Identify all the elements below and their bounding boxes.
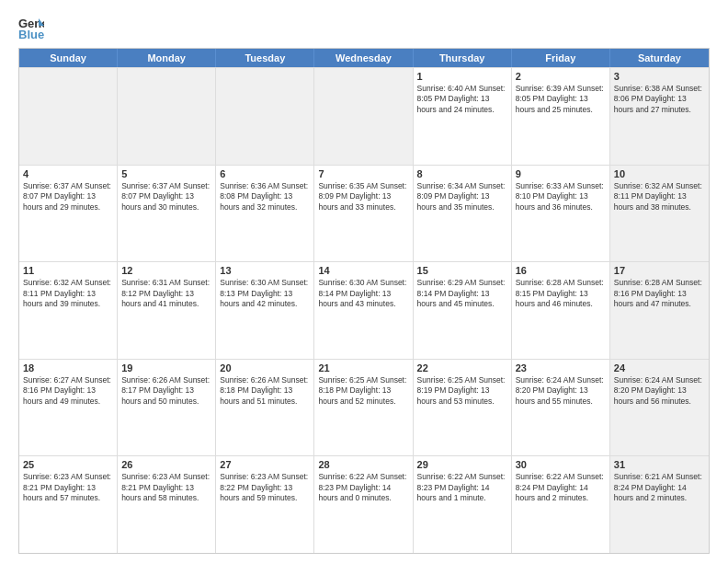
day-number: 29 [417,459,507,470]
cell-info: Sunrise: 6:21 AM Sunset: 8:24 PM Dayligh… [614,472,705,503]
calendar-cell-empty [118,68,216,165]
day-number: 31 [614,459,705,470]
calendar-row-5: 25Sunrise: 6:23 AM Sunset: 8:21 PM Dayli… [19,455,709,553]
cell-info: Sunrise: 6:23 AM Sunset: 8:22 PM Dayligh… [220,472,310,503]
day-number: 17 [614,265,705,276]
calendar-cell-day-4: 4Sunrise: 6:37 AM Sunset: 8:07 PM Daylig… [19,166,118,262]
cell-info: Sunrise: 6:40 AM Sunset: 8:05 PM Dayligh… [417,84,507,115]
cell-info: Sunrise: 6:25 AM Sunset: 8:19 PM Dayligh… [417,375,507,407]
calendar-cell-day-25: 25Sunrise: 6:23 AM Sunset: 8:21 PM Dayli… [19,456,118,553]
header-day-tuesday: Tuesday [216,49,314,67]
cell-info: Sunrise: 6:34 AM Sunset: 8:09 PM Dayligh… [417,181,507,213]
calendar-header: SundayMondayTuesdayWednesdayThursdayFrid… [19,49,709,67]
day-number: 5 [121,168,211,179]
logo: General Blue [18,15,44,40]
day-number: 19 [121,362,211,373]
calendar-cell-day-15: 15Sunrise: 6:29 AM Sunset: 8:14 PM Dayli… [414,262,512,359]
calendar-row-1: 1Sunrise: 6:40 AM Sunset: 8:05 PM Daylig… [19,67,709,165]
calendar-cell-day-26: 26Sunrise: 6:23 AM Sunset: 8:21 PM Dayli… [118,456,216,553]
cell-info: Sunrise: 6:24 AM Sunset: 8:20 PM Dayligh… [516,375,606,407]
day-number: 25 [23,459,113,470]
cell-info: Sunrise: 6:28 AM Sunset: 8:15 PM Dayligh… [516,278,606,309]
cell-info: Sunrise: 6:33 AM Sunset: 8:10 PM Dayligh… [516,181,606,213]
cell-info: Sunrise: 6:22 AM Sunset: 8:23 PM Dayligh… [318,472,408,503]
calendar-cell-day-16: 16Sunrise: 6:28 AM Sunset: 8:15 PM Dayli… [512,262,610,359]
day-number: 24 [614,362,705,373]
cell-info: Sunrise: 6:24 AM Sunset: 8:20 PM Dayligh… [614,375,705,407]
day-number: 21 [318,362,408,373]
day-number: 8 [417,168,507,179]
day-number: 12 [121,265,211,276]
calendar-cell-day-20: 20Sunrise: 6:26 AM Sunset: 8:18 PM Dayli… [216,360,314,456]
calendar-row-4: 18Sunrise: 6:27 AM Sunset: 8:16 PM Dayli… [19,359,709,456]
cell-info: Sunrise: 6:35 AM Sunset: 8:09 PM Dayligh… [318,181,408,213]
calendar-cell-day-14: 14Sunrise: 6:30 AM Sunset: 8:14 PM Dayli… [314,262,413,359]
cell-info: Sunrise: 6:30 AM Sunset: 8:14 PM Dayligh… [318,278,408,309]
calendar-cell-day-5: 5Sunrise: 6:37 AM Sunset: 8:07 PM Daylig… [118,166,216,262]
day-number: 10 [614,168,705,179]
day-number: 9 [516,168,606,179]
svg-text:Blue: Blue [18,28,44,40]
calendar-cell-empty [216,68,314,165]
header-day-monday: Monday [118,49,216,67]
calendar-cell-day-8: 8Sunrise: 6:34 AM Sunset: 8:09 PM Daylig… [414,166,512,262]
header-day-friday: Friday [512,49,610,67]
header-day-thursday: Thursday [414,49,512,67]
cell-info: Sunrise: 6:22 AM Sunset: 8:24 PM Dayligh… [516,472,606,503]
calendar-cell-day-7: 7Sunrise: 6:35 AM Sunset: 8:09 PM Daylig… [314,166,413,262]
calendar-cell-day-23: 23Sunrise: 6:24 AM Sunset: 8:20 PM Dayli… [512,360,610,456]
calendar-cell-day-1: 1Sunrise: 6:40 AM Sunset: 8:05 PM Daylig… [414,68,512,165]
header-day-saturday: Saturday [610,49,709,67]
day-number: 7 [318,168,408,179]
calendar-cell-day-12: 12Sunrise: 6:31 AM Sunset: 8:12 PM Dayli… [118,262,216,359]
day-number: 4 [23,168,113,179]
cell-info: Sunrise: 6:30 AM Sunset: 8:13 PM Dayligh… [220,278,310,309]
cell-info: Sunrise: 6:25 AM Sunset: 8:18 PM Dayligh… [318,375,408,407]
cell-info: Sunrise: 6:38 AM Sunset: 8:06 PM Dayligh… [614,84,705,115]
day-number: 16 [516,265,606,276]
calendar-cell-day-21: 21Sunrise: 6:25 AM Sunset: 8:18 PM Dayli… [314,360,413,456]
cell-info: Sunrise: 6:28 AM Sunset: 8:16 PM Dayligh… [614,278,705,309]
calendar-cell-day-10: 10Sunrise: 6:32 AM Sunset: 8:11 PM Dayli… [610,166,709,262]
day-number: 26 [121,459,211,470]
cell-info: Sunrise: 6:29 AM Sunset: 8:14 PM Dayligh… [417,278,507,309]
cell-info: Sunrise: 6:37 AM Sunset: 8:07 PM Dayligh… [23,181,113,213]
calendar: SundayMondayTuesdayWednesdayThursdayFrid… [18,48,710,554]
cell-info: Sunrise: 6:36 AM Sunset: 8:08 PM Dayligh… [220,181,310,213]
calendar-cell-day-30: 30Sunrise: 6:22 AM Sunset: 8:24 PM Dayli… [512,456,610,553]
calendar-cell-day-28: 28Sunrise: 6:22 AM Sunset: 8:23 PM Dayli… [314,456,413,553]
calendar-cell-day-29: 29Sunrise: 6:22 AM Sunset: 8:23 PM Dayli… [414,456,512,553]
day-number: 14 [318,265,408,276]
day-number: 28 [318,459,408,470]
cell-info: Sunrise: 6:31 AM Sunset: 8:12 PM Dayligh… [121,278,211,309]
cell-info: Sunrise: 6:27 AM Sunset: 8:16 PM Dayligh… [23,375,113,407]
header-day-sunday: Sunday [19,49,118,67]
day-number: 6 [220,168,310,179]
cell-info: Sunrise: 6:37 AM Sunset: 8:07 PM Dayligh… [121,181,211,213]
day-number: 1 [417,71,507,82]
cell-info: Sunrise: 6:22 AM Sunset: 8:23 PM Dayligh… [417,472,507,503]
day-number: 11 [23,265,113,276]
calendar-cell-empty [314,68,413,165]
calendar-cell-day-22: 22Sunrise: 6:25 AM Sunset: 8:19 PM Dayli… [414,360,512,456]
day-number: 20 [220,362,310,373]
calendar-cell-day-9: 9Sunrise: 6:33 AM Sunset: 8:10 PM Daylig… [512,166,610,262]
calendar-cell-day-3: 3Sunrise: 6:38 AM Sunset: 8:06 PM Daylig… [610,68,709,165]
day-number: 2 [516,71,606,82]
page-header: General Blue [18,15,710,40]
day-number: 27 [220,459,310,470]
day-number: 18 [23,362,113,373]
day-number: 3 [614,71,705,82]
calendar-cell-day-24: 24Sunrise: 6:24 AM Sunset: 8:20 PM Dayli… [610,360,709,456]
calendar-cell-day-11: 11Sunrise: 6:32 AM Sunset: 8:11 PM Dayli… [19,262,118,359]
cell-info: Sunrise: 6:23 AM Sunset: 8:21 PM Dayligh… [121,472,211,503]
day-number: 13 [220,265,310,276]
logo-icon: General Blue [18,15,44,40]
cell-info: Sunrise: 6:23 AM Sunset: 8:21 PM Dayligh… [23,472,113,503]
cell-info: Sunrise: 6:26 AM Sunset: 8:17 PM Dayligh… [121,375,211,407]
calendar-cell-day-6: 6Sunrise: 6:36 AM Sunset: 8:08 PM Daylig… [216,166,314,262]
day-number: 22 [417,362,507,373]
day-number: 23 [516,362,606,373]
calendar-body: 1Sunrise: 6:40 AM Sunset: 8:05 PM Daylig… [19,67,709,553]
day-number: 15 [417,265,507,276]
